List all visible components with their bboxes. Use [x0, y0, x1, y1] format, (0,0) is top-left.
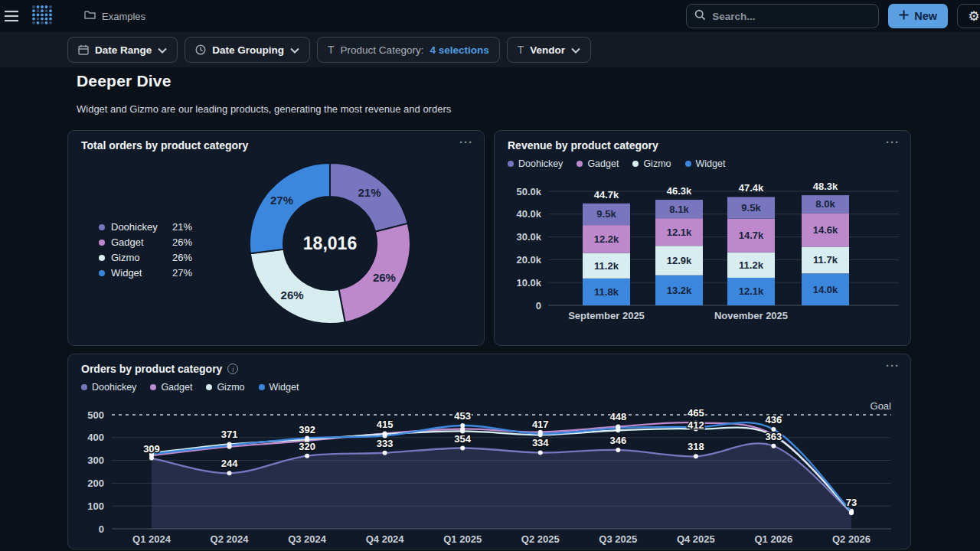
svg-text:12.1k: 12.1k — [667, 227, 692, 238]
filter-date-range[interactable]: Date Range — [67, 37, 178, 63]
svg-text:26%: 26% — [281, 289, 304, 302]
svg-text:8.0k: 8.0k — [815, 198, 835, 210]
plus-icon — [899, 10, 909, 22]
card-title: Orders by product category i — [81, 363, 238, 375]
legend-dot — [259, 384, 265, 390]
legend-item-gadget[interactable]: Gadget — [150, 382, 192, 393]
breadcrumb[interactable]: Examples — [84, 10, 145, 22]
svg-text:50.0k: 50.0k — [516, 186, 541, 197]
legend-item-gizmo[interactable]: Gizmo — [632, 158, 671, 169]
settings-button[interactable]: ⚙ — [957, 4, 980, 28]
filter-label: Product Category: — [341, 44, 424, 56]
legend-item-widget[interactable]: Widget — [259, 382, 299, 393]
svg-text:100: 100 — [87, 500, 104, 512]
legend-label: Gizmo — [217, 382, 244, 393]
text-filter-icon: T — [518, 44, 524, 56]
svg-text:346: 346 — [609, 435, 626, 446]
svg-text:November 2025: November 2025 — [714, 310, 788, 321]
legend-dot — [150, 384, 156, 390]
chevron-down-icon — [158, 44, 167, 56]
filter-label: Vendor — [530, 44, 565, 56]
page-title: Deeper Dive — [77, 72, 172, 90]
svg-text:448: 448 — [609, 411, 626, 422]
filter-product-category[interactable]: T Product Category: 4 selections — [317, 37, 500, 63]
svg-text:26%: 26% — [373, 271, 396, 284]
svg-text:Q4 2025: Q4 2025 — [677, 533, 715, 545]
filter-value: 4 selections — [430, 44, 488, 56]
svg-text:Q1 2024: Q1 2024 — [132, 533, 172, 545]
svg-text:300: 300 — [87, 455, 104, 466]
svg-text:412: 412 — [688, 419, 704, 431]
stacked-bar-chart[interactable]: 010.0k20.0k30.0k40.0k50.0k11.8k11.2k12.2… — [495, 180, 912, 342]
svg-text:Q2 2025: Q2 2025 — [521, 533, 560, 545]
svg-text:13.2k: 13.2k — [667, 285, 692, 296]
filter-label: Date Grouping — [212, 44, 284, 56]
svg-text:Q3 2024: Q3 2024 — [288, 533, 327, 545]
donut-chart[interactable]: 21%26%26%27% — [68, 131, 485, 347]
legend-dot — [81, 384, 87, 390]
svg-text:320: 320 — [299, 441, 315, 452]
card-revenue: Revenue by product category ··· Doohicke… — [494, 130, 911, 346]
legend-item-gadget[interactable]: Gadget — [577, 158, 619, 169]
svg-text:Q3 2025: Q3 2025 — [599, 533, 637, 545]
card-total-orders: Total orders by product category ··· Doo… — [67, 130, 485, 346]
svg-text:12.2k: 12.2k — [594, 233, 619, 245]
svg-text:465: 465 — [688, 407, 704, 419]
svg-text:44.7k: 44.7k — [594, 189, 619, 201]
filter-date-grouping[interactable]: Date Grouping — [185, 37, 310, 63]
line-chart-legend: Doohickey Gadget Gizmo Widget — [81, 382, 299, 393]
metabase-logo[interactable] — [31, 5, 54, 28]
svg-text:354: 354 — [454, 433, 471, 445]
chevron-down-icon — [571, 44, 580, 56]
legend-item-doohickey[interactable]: Doohickey — [81, 382, 136, 393]
search-input[interactable] — [712, 11, 858, 22]
svg-text:47.4k: 47.4k — [739, 182, 764, 194]
filter-vendor[interactable]: T Vendor — [507, 37, 591, 63]
svg-text:73: 73 — [846, 497, 857, 508]
dashboard-filter-bar: Date Range Date Grouping T Product Categ… — [0, 32, 980, 67]
legend-item-widget[interactable]: Widget — [685, 158, 726, 169]
card-title: Revenue by product category — [508, 139, 658, 152]
svg-text:244: 244 — [221, 458, 238, 469]
svg-text:371: 371 — [221, 429, 238, 440]
info-icon[interactable]: i — [227, 364, 238, 374]
svg-text:14.7k: 14.7k — [739, 230, 764, 241]
svg-text:333: 333 — [377, 438, 394, 449]
search-box[interactable] — [686, 4, 879, 28]
new-button-label: New — [914, 10, 937, 22]
svg-text:9.5k: 9.5k — [741, 202, 761, 214]
svg-text:453: 453 — [454, 410, 471, 422]
svg-text:30.0k: 30.0k — [516, 231, 541, 243]
svg-text:9.5k: 9.5k — [596, 208, 616, 220]
svg-text:40.0k: 40.0k — [516, 208, 541, 220]
legend-item-doohickey[interactable]: Doohickey — [508, 158, 563, 169]
calendar-icon — [78, 44, 89, 55]
svg-text:21%: 21% — [358, 186, 381, 199]
svg-text:318: 318 — [688, 441, 704, 452]
new-button[interactable]: New — [888, 4, 948, 28]
donut-slice-gizmo[interactable] — [250, 249, 345, 324]
svg-text:400: 400 — [87, 432, 104, 443]
top-nav-bar: Examples New ⚙ — [0, 0, 980, 32]
card-menu-icon[interactable]: ··· — [886, 359, 900, 372]
legend-dot — [577, 161, 583, 167]
page-subtitle: Widget and Gizmo are our leading product… — [77, 103, 451, 115]
svg-text:500: 500 — [87, 409, 104, 421]
legend-label: Doohickey — [92, 382, 136, 393]
hamburger-menu-icon[interactable] — [0, 0, 26, 32]
svg-text:8.1k: 8.1k — [669, 204, 689, 215]
line-chart[interactable]: 0100200300400Goal500Q1 2024Q2 2024Q3 202… — [68, 400, 912, 550]
svg-text:September 2025: September 2025 — [568, 310, 645, 321]
legend-label: Gizmo — [643, 158, 671, 169]
search-icon — [694, 9, 706, 24]
legend-dot — [685, 161, 691, 167]
legend-item-gizmo[interactable]: Gizmo — [206, 382, 244, 393]
svg-text:14.0k: 14.0k — [813, 284, 838, 295]
breadcrumb-label: Examples — [102, 11, 145, 22]
legend-label: Gadget — [161, 382, 192, 393]
svg-text:14.6k: 14.6k — [813, 224, 838, 236]
svg-text:11.8k: 11.8k — [594, 286, 619, 298]
card-menu-icon[interactable]: ··· — [886, 135, 900, 148]
svg-text:Q2 2024: Q2 2024 — [211, 533, 250, 545]
svg-text:Q4 2024: Q4 2024 — [366, 533, 405, 545]
